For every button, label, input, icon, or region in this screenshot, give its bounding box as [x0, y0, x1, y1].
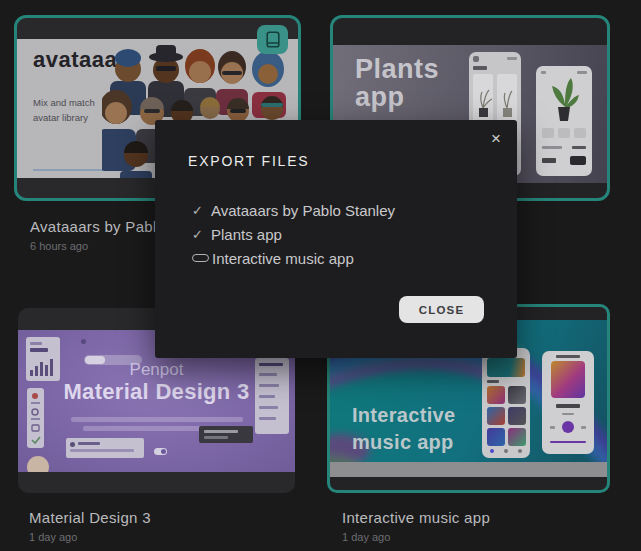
- plant-photo: [548, 76, 580, 124]
- export-row-label: Interactive music app: [212, 250, 354, 267]
- music-phone-mockup-1: [482, 348, 530, 458]
- export-files-modal: EXPORT FILES × ✓ Avataaars by Pablo Stan…: [155, 120, 517, 358]
- export-row-avataaars: ✓ Avataaars by Pablo Stanley: [192, 198, 395, 222]
- thumbnail-footer-band: [330, 462, 607, 477]
- mini-sidebar: [255, 358, 289, 434]
- mini-tooltip: [199, 426, 253, 443]
- card-title-material-design[interactable]: Material Design 3: [29, 509, 151, 526]
- card-time-material-design: 1 day ago: [29, 531, 77, 543]
- dashboard-screen: avataaars Mix and match avatar library: [0, 0, 641, 551]
- thumb-subtitle: Mix and match avatar library: [33, 95, 95, 125]
- shared-library-badge: [257, 25, 288, 54]
- export-file-list: ✓ Avataaars by Pablo Stanley ✓ Plants ap…: [192, 198, 395, 270]
- thumb-title: Plants app: [355, 55, 439, 112]
- mini-toggle: [154, 448, 167, 455]
- close-button[interactable]: CLOSE: [399, 296, 484, 323]
- fab-button: [27, 456, 49, 472]
- library-book-icon: [266, 31, 280, 48]
- plants-phone-mockup-2: [536, 66, 592, 176]
- close-icon[interactable]: ×: [487, 128, 505, 149]
- card-title-music[interactable]: Interactive music app: [342, 509, 490, 526]
- plant-sketch: [475, 78, 517, 124]
- export-row-label: Avataaars by Pablo Stanley: [211, 202, 395, 219]
- thumb-title: Interactive music app: [352, 402, 455, 456]
- thumb-title: Material Design 3: [18, 379, 295, 405]
- music-phone-mockup-2: [542, 351, 594, 454]
- thumb-brand: Penpot: [18, 360, 295, 380]
- export-row-music: Interactive music app: [192, 246, 395, 270]
- check-icon: ✓: [192, 203, 211, 218]
- check-icon: ✓: [192, 227, 211, 242]
- cursor-dot: [81, 339, 86, 344]
- card-time-avataaars: 6 hours ago: [30, 240, 88, 252]
- export-pending-icon: [192, 254, 212, 262]
- export-row-plants: ✓ Plants app: [192, 222, 395, 246]
- modal-title: EXPORT FILES: [188, 153, 309, 169]
- export-row-label: Plants app: [211, 226, 282, 243]
- mini-card: [66, 438, 144, 458]
- card-time-music: 1 day ago: [342, 531, 390, 543]
